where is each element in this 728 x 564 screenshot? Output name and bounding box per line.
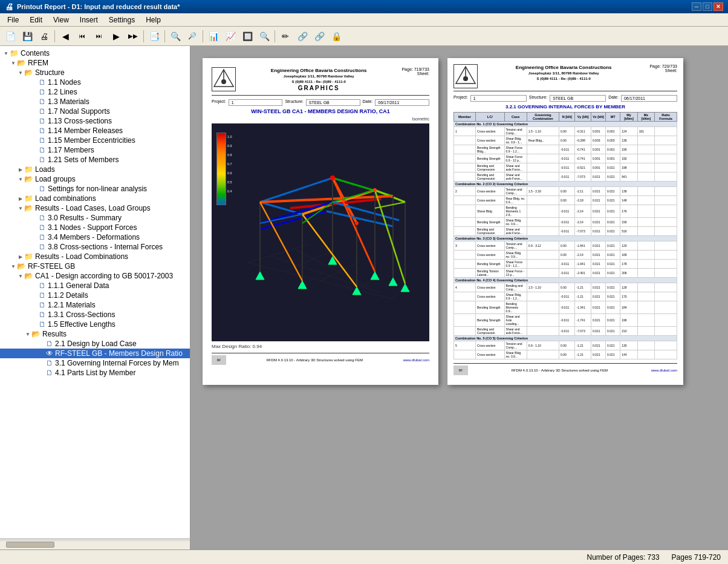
tree-item-resultslc[interactable]: ▶ 📁 Results - Load Combinations (0, 252, 190, 261)
tree-item-effectivelengths[interactable]: 🗋 1.5 Effective Lengths (0, 320, 190, 329)
status-bar: Number of Pages: 733 Pages 719-720 (0, 549, 728, 564)
menu-view[interactable]: View (48, 14, 74, 26)
toggle-rfsteelgb[interactable]: ▼ (10, 263, 17, 270)
table-row: Bending and Compression Shear and axle F… (454, 172, 677, 182)
tree-item-designbyloadcase[interactable]: 🗋 2.1 Design by Load Case (0, 339, 190, 349)
frame-button[interactable]: 🔲 (239, 29, 255, 44)
toggle-ca1[interactable]: ▼ (17, 272, 24, 280)
minimize-button[interactable]: ─ (692, 2, 701, 11)
print-button[interactable]: 🖨 (36, 29, 52, 44)
tree-item-eccentricities[interactable]: 🗋 1.15 Member Eccentricities (0, 136, 190, 145)
pages-button[interactable]: 📑 (146, 29, 162, 44)
toggle-loadcombinations[interactable]: ▶ (17, 195, 24, 202)
menu-file[interactable]: File (2, 14, 24, 26)
tree-item-partslist[interactable]: 🗋 4.1 Parts List by Member (0, 368, 190, 378)
tree-item-results-folder[interactable]: ▼ 📂 Results (0, 329, 190, 339)
doc-icon-generaldata: 🗋 (39, 281, 46, 290)
table-row: Cross-section Shear Bldg no. 0.9... 0.00… (454, 350, 677, 359)
zoom-out-button[interactable]: 🔎 (184, 29, 200, 44)
chart-button[interactable]: 📈 (223, 29, 238, 44)
zoom-in-button[interactable]: 🔍 (167, 29, 183, 44)
menu-edit[interactable]: Edit (25, 14, 47, 26)
tree-item-rfem[interactable]: ▼ 📂 RFEM (0, 58, 190, 68)
lock-button[interactable]: 🔒 (328, 29, 344, 44)
tree-item-internalforces[interactable]: 🗋 3.8 Cross-sections - Internal Forces (0, 242, 190, 252)
doc-icon-supportforces: 🗋 (39, 223, 46, 232)
footer-logo-left: RF (212, 355, 226, 365)
table-row: Cross-section Rear Bldg. no. 0.9.... 0.0… (454, 196, 677, 205)
table-row: 5 Cross-section Tension and Comp.... 0.9… (454, 341, 677, 350)
toggle-loadgroups[interactable]: ▼ (17, 175, 24, 183)
table-row: Bending Strength Shear Force 0.9 - 1.2..… (454, 260, 677, 269)
toggle-loads[interactable]: ▶ (17, 166, 24, 173)
nav-next-button[interactable]: ▶ (108, 29, 124, 44)
tree-item-resultslcg[interactable]: ▼ 📂 Results - Load Cases, Load Groups (0, 203, 190, 213)
tree-item-governingforces[interactable]: 🗋 3.1 Governing Internal Forces by Mem (0, 358, 190, 368)
table-row: Bending Strength Bending Moments 0.9... … (454, 301, 677, 314)
table-row: Combination No. 2 (CO 2) Governing Crite… (454, 182, 677, 187)
tree-item-materials2[interactable]: 🗋 1.2.1 Materials (0, 300, 190, 310)
maximize-button[interactable]: □ (703, 2, 712, 11)
tree-item-ca1[interactable]: ▼ 📂 CA1 - Design according to GB 50017-2… (0, 271, 190, 281)
openfolder-icon-resultslcg: 📂 (24, 204, 33, 212)
tree-item-structure[interactable]: ▼ 📂 Structure (0, 68, 190, 77)
toggle-structure[interactable]: ▼ (17, 69, 24, 76)
company-name-left: Engineering Office Bavaria Constructions… (236, 67, 401, 93)
tree-item-crosssections2[interactable]: 🗋 1.3.1 Cross-Sections (0, 310, 190, 320)
edit-button[interactable]: ✏ (278, 29, 293, 44)
menu-settings[interactable]: Settings (104, 14, 140, 26)
menu-help[interactable]: Help (141, 14, 166, 26)
nav-end-button[interactable]: ▶▶ (125, 29, 141, 44)
close-button[interactable]: ✕ (713, 2, 723, 11)
table-button[interactable]: 📊 (206, 29, 221, 44)
tree-item-supportforces[interactable]: 🗋 3.1 Nodes - Support Forces (0, 223, 190, 232)
toggle-resultslc[interactable]: ▶ (17, 253, 24, 260)
toggle-resultslcg[interactable]: ▼ (17, 205, 24, 212)
tree-item-loadcombinations[interactable]: ▶ 📁 Load combinations (0, 194, 190, 203)
tree-label-releases: 1.14 Member Releases (48, 126, 123, 135)
tree-horizontal-scrollbar[interactable] (0, 539, 190, 549)
toggle-contents[interactable]: ▼ (2, 50, 10, 57)
nav-last-button[interactable]: ⏭ (91, 29, 107, 44)
tree-label-sets: 1.21 Sets of Members (48, 156, 119, 164)
new-button[interactable]: 📄 (2, 29, 18, 44)
tree-item-deformations[interactable]: 🗋 3.4 Members - Deformations (0, 232, 190, 242)
tree-view[interactable]: ▼ 📁 Contents ▼ 📂 RFEM ▼ 📂 Structure (0, 46, 190, 539)
link-button[interactable]: 🔗 (294, 29, 310, 44)
tree-item-contents[interactable]: ▼ 📁 Contents (0, 48, 190, 58)
tree-item-rfsteelgb[interactable]: ▼ 📂 RF-STEEL GB (0, 261, 190, 271)
menu-insert[interactable]: Insert (75, 14, 103, 26)
eye-icon: 👁 (46, 349, 53, 358)
col-vz: Vz [kN] (591, 113, 605, 122)
nav-prev-button[interactable]: ◀ (57, 29, 73, 44)
tree-label-rfem: RFEM (28, 59, 48, 67)
toggle-rfem[interactable]: ▼ (10, 59, 17, 67)
save-button[interactable]: 💾 (19, 29, 35, 44)
nav-first-button[interactable]: ⏮ (74, 29, 90, 44)
tree-item-releases[interactable]: 🗋 1.14 Member Releases (0, 126, 190, 136)
tree-item-summary[interactable]: 🗋 3.0 Results - Summary (0, 213, 190, 223)
tree-label-ca1: CA1 - Design according to GB 50017-2003 (35, 272, 173, 280)
tree-item-nodes[interactable]: 🗋 1.1 Nodes (0, 77, 190, 87)
toggle-results-folder[interactable]: ▼ (24, 330, 31, 338)
tree-item-sets[interactable]: 🗋 1.21 Sets of Members (0, 155, 190, 165)
tree-item-loads[interactable]: ▶ 📁 Loads (0, 165, 190, 174)
table-row: Bending Strength Shear Bldg. no. 0.9....… (454, 218, 677, 227)
tree-item-generaldata[interactable]: 🗋 1.1.1 General Data (0, 281, 190, 290)
tree-item-details[interactable]: 🗋 1.1.2 Details (0, 290, 190, 300)
tree-item-lines[interactable]: 🗋 1.2 Lines (0, 87, 190, 97)
tree-item-crosssections[interactable]: 🗋 1.13 Cross-sections (0, 116, 190, 126)
link2-button[interactable]: 🔗 (311, 29, 327, 44)
table-row: 1 Cross-section Tension and Comp... 1.5 … (454, 127, 677, 136)
right-panel[interactable]: Engineering Office Bavaria Constructions… (190, 46, 728, 549)
tree-item-supports[interactable]: 🗋 1.7 Nodal Supports (0, 107, 190, 116)
tree-item-membersdesignratio[interactable]: 👁 RF-STEEL GB - Members Design Ratio (0, 349, 190, 358)
window-controls[interactable]: ─ □ ✕ (692, 2, 723, 11)
tree-item-loadgroups[interactable]: ▼ 📂 Load groups (0, 174, 190, 184)
search-button[interactable]: 🔍 (256, 29, 272, 44)
svg-point-50 (373, 188, 377, 192)
tree-item-materials[interactable]: 🗋 1.3 Materials (0, 97, 190, 107)
tree-item-nonlinear[interactable]: 🗋 Settings for non-linear analysis (0, 184, 190, 194)
tree-item-members[interactable]: 🗋 1.17 Members (0, 145, 190, 155)
member-group-5: Combination No. 5 (CO 5) Governing Crite… (454, 336, 677, 341)
